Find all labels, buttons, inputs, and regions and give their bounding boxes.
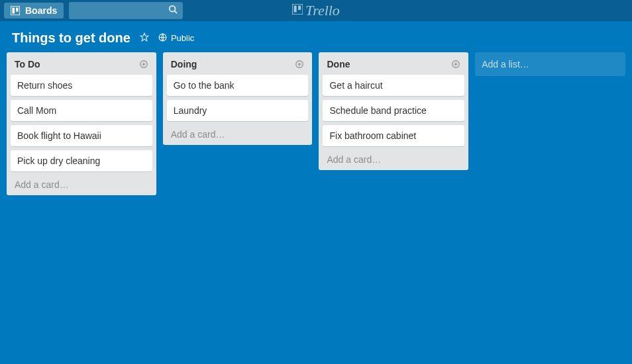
- visibility-button[interactable]: Public: [158, 33, 194, 44]
- list-menu-button[interactable]: [451, 60, 460, 69]
- add-card-button[interactable]: Add a card…: [323, 150, 464, 166]
- list-doing: Doing Go to the bank Laundry Add a card…: [163, 52, 313, 145]
- star-icon: [140, 32, 149, 44]
- add-list-button[interactable]: Add a list…: [475, 52, 625, 76]
- card[interactable]: Return shoes: [11, 75, 152, 96]
- board-canvas: To Do Return shoes Call Mom Book flight …: [0, 52, 632, 195]
- list-name[interactable]: Doing: [171, 59, 197, 69]
- app-logo-text: Trello: [305, 2, 340, 19]
- svg-rect-7: [298, 6, 301, 11]
- list-name[interactable]: To Do: [15, 59, 40, 69]
- boards-button-label: Boards: [25, 5, 57, 16]
- list-menu-button[interactable]: [139, 60, 148, 69]
- search-input[interactable]: [69, 2, 183, 19]
- svg-point-3: [170, 6, 176, 12]
- board-title[interactable]: Things to get done: [12, 30, 131, 46]
- boards-icon: [11, 6, 20, 15]
- trello-logo-icon: [292, 4, 303, 17]
- list-todo: To Do Return shoes Call Mom Book flight …: [7, 52, 156, 195]
- list-menu-button[interactable]: [295, 60, 304, 69]
- svg-line-4: [175, 11, 178, 14]
- card[interactable]: Fix bathroom cabinet: [323, 125, 464, 146]
- globe-icon: [158, 33, 167, 44]
- list-done: Done Get a haircut Schedule band practic…: [319, 52, 468, 170]
- svg-rect-2: [16, 8, 19, 12]
- search-icon: [168, 5, 178, 17]
- list-header: To Do: [11, 56, 152, 71]
- app-header: Boards Trello: [0, 0, 632, 21]
- board-header: Things to get done Public: [0, 21, 632, 52]
- add-card-button[interactable]: Add a card…: [11, 175, 152, 191]
- svg-rect-6: [294, 6, 297, 13]
- svg-rect-0: [11, 6, 20, 15]
- card[interactable]: Laundry: [167, 100, 309, 121]
- app-logo[interactable]: Trello: [292, 2, 340, 19]
- card[interactable]: Go to the bank: [167, 75, 309, 96]
- card[interactable]: Schedule band practice: [323, 100, 464, 121]
- star-board-button[interactable]: [140, 32, 149, 44]
- svg-rect-5: [292, 4, 303, 15]
- card[interactable]: Pick up dry cleaning: [11, 150, 152, 171]
- visibility-label: Public: [171, 33, 194, 43]
- list-header: Doing: [167, 56, 309, 71]
- card[interactable]: Call Mom: [11, 100, 152, 121]
- card[interactable]: Book flight to Hawaii: [11, 125, 152, 146]
- svg-rect-1: [13, 8, 15, 14]
- list-header: Done: [323, 56, 464, 71]
- add-card-button[interactable]: Add a card…: [167, 125, 309, 141]
- svg-marker-8: [140, 33, 148, 41]
- list-name[interactable]: Done: [327, 59, 350, 69]
- card[interactable]: Get a haircut: [323, 75, 464, 96]
- boards-button[interactable]: Boards: [4, 3, 64, 19]
